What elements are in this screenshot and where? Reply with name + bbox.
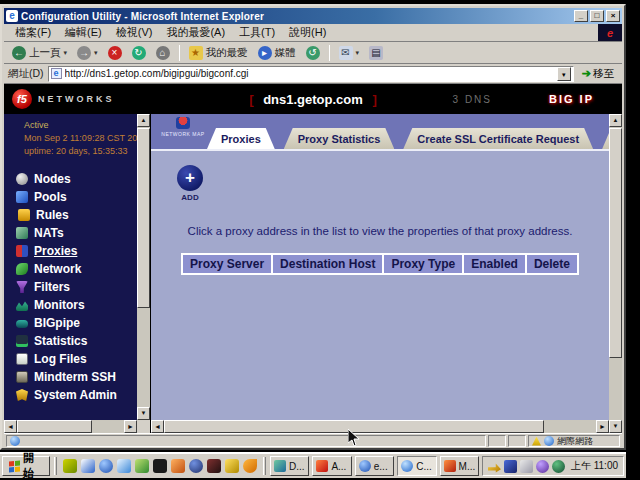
tray-icon[interactable] bbox=[520, 460, 533, 473]
task-button[interactable]: D... bbox=[270, 456, 309, 476]
security-zone-pane: 網際網路 bbox=[528, 435, 620, 447]
add-proxy-button[interactable]: + ADD bbox=[173, 165, 207, 202]
address-url[interactable]: http://dns1.getop.com/bigipgui/bigconf.c… bbox=[65, 68, 557, 79]
task-button[interactable]: A... bbox=[312, 456, 351, 476]
menu-tools[interactable]: 工具(T) bbox=[232, 23, 282, 42]
sidebar-item-filters[interactable]: Filters bbox=[4, 278, 137, 296]
tray-icon[interactable] bbox=[504, 460, 517, 473]
tab-install-ssl-certificate[interactable]: Install SSL Certif bbox=[602, 128, 609, 149]
task-button[interactable]: e... bbox=[355, 456, 394, 476]
quicklaunch-icon[interactable] bbox=[189, 459, 203, 473]
quicklaunch-icon[interactable] bbox=[99, 459, 113, 473]
start-button[interactable]: 開始 bbox=[2, 456, 50, 476]
address-field[interactable]: e http://dns1.getop.com/bigipgui/bigconf… bbox=[48, 66, 574, 82]
site-banner: f5 NETWORKS [ dns1.getop.com ] 3 DNS BIG… bbox=[4, 84, 622, 114]
quicklaunch-icon[interactable] bbox=[243, 459, 257, 473]
media-label: 媒體 bbox=[275, 46, 296, 60]
refresh-button[interactable]: ↻ bbox=[128, 45, 150, 61]
status-pane bbox=[488, 435, 506, 447]
sidebar-item-rules[interactable]: Rules bbox=[4, 206, 137, 224]
scroll-down-icon[interactable]: ▼ bbox=[609, 420, 622, 433]
sidebar-item-bigpipe[interactable]: BIGpipe bbox=[4, 314, 137, 332]
stop-icon: × bbox=[108, 46, 122, 60]
scroll-up-icon[interactable]: ▲ bbox=[137, 114, 150, 127]
sidebar-item-log-files[interactable]: Log Files bbox=[4, 350, 137, 368]
back-button[interactable]: ← 上一頁 ▾ bbox=[8, 45, 71, 61]
column-header-proxy-server[interactable]: Proxy Server bbox=[181, 253, 273, 275]
menu-file[interactable]: 檔案(F) bbox=[8, 23, 58, 42]
home-button[interactable]: ⌂ bbox=[152, 45, 174, 61]
sidebar-vertical-scrollbar[interactable]: ▲ ▼ bbox=[137, 114, 150, 420]
tab-proxy-statistics[interactable]: Proxy Statistics bbox=[284, 128, 395, 149]
tab-create-ssl-certificate-request[interactable]: Create SSL Certificate Request bbox=[403, 128, 593, 149]
mail-dropdown-icon[interactable]: ▾ bbox=[356, 49, 360, 57]
forward-dropdown-icon[interactable]: ▾ bbox=[94, 49, 98, 57]
sidebar-item-monitors[interactable]: Monitors bbox=[4, 296, 137, 314]
tray-icon[interactable] bbox=[536, 460, 549, 473]
scrollbar-thumb[interactable] bbox=[17, 420, 92, 433]
media-button[interactable]: ▸ 媒體 bbox=[254, 45, 300, 61]
sidebar-item-network[interactable]: Network bbox=[4, 260, 137, 278]
page-vertical-scrollbar[interactable]: ▲ ▼ bbox=[609, 114, 622, 433]
tray-icon[interactable] bbox=[552, 460, 565, 473]
sidebar-item-mindterm-ssh[interactable]: Mindterm SSH bbox=[4, 368, 137, 386]
stop-button[interactable]: × bbox=[104, 45, 126, 61]
close-button[interactable]: × bbox=[606, 10, 620, 22]
scroll-up-icon[interactable]: ▲ bbox=[609, 114, 622, 127]
quicklaunch-icon[interactable] bbox=[153, 459, 167, 473]
menu-view[interactable]: 檢視(V) bbox=[109, 23, 160, 42]
back-dropdown-icon[interactable]: ▾ bbox=[64, 49, 68, 57]
mail-button[interactable]: ✉ ▾ bbox=[335, 45, 364, 61]
sidebar-item-proxies[interactable]: Proxies bbox=[4, 242, 137, 260]
history-button[interactable]: ↺ bbox=[302, 45, 324, 61]
column-header-enabled[interactable]: Enabled bbox=[462, 253, 527, 275]
menu-favorites[interactable]: 我的最愛(A) bbox=[159, 23, 232, 42]
maximize-button[interactable]: □ bbox=[590, 10, 604, 22]
quicklaunch-icon[interactable] bbox=[135, 459, 149, 473]
title-bar[interactable]: e Configuration Utility - Microsoft Inte… bbox=[4, 8, 622, 24]
sidebar-item-system-admin[interactable]: System Admin bbox=[4, 386, 137, 404]
sidebar-item-statistics[interactable]: Statistics bbox=[4, 332, 137, 350]
go-button[interactable]: ➔ 移至 bbox=[578, 66, 618, 82]
quicklaunch-icon[interactable] bbox=[171, 459, 185, 473]
quicklaunch-icon[interactable] bbox=[207, 459, 221, 473]
quicklaunch-icon[interactable] bbox=[225, 459, 239, 473]
column-header-delete[interactable]: Delete bbox=[525, 253, 579, 275]
tab-proxies[interactable]: Proxies bbox=[207, 128, 275, 149]
sidebar-item-pools[interactable]: Pools bbox=[4, 188, 137, 206]
column-header-destination-host[interactable]: Destination Host bbox=[271, 253, 384, 275]
scroll-right-icon[interactable]: ► bbox=[596, 420, 609, 433]
scroll-right-icon[interactable]: ► bbox=[124, 420, 137, 433]
scroll-down-icon[interactable]: ▼ bbox=[137, 407, 150, 420]
sidebar-horizontal-scrollbar[interactable]: ◄ ► bbox=[4, 420, 137, 433]
taskbar-clock[interactable]: 上午 11:00 bbox=[568, 459, 618, 473]
scrollbar-thumb[interactable] bbox=[137, 128, 150, 308]
network-map-button[interactable]: NETWORK MAP bbox=[161, 117, 205, 137]
column-header-proxy-type[interactable]: Proxy Type bbox=[382, 253, 464, 275]
scrollbar-thumb[interactable] bbox=[609, 128, 622, 358]
quicklaunch-icon[interactable] bbox=[63, 459, 77, 473]
sidebar-item-nodes[interactable]: Nodes bbox=[4, 170, 137, 188]
menu-help[interactable]: 說明(H) bbox=[282, 23, 333, 42]
task-button[interactable]: M... bbox=[440, 456, 479, 476]
forward-button[interactable]: → ▾ bbox=[73, 45, 102, 61]
sidebar-item-nats[interactable]: NATs bbox=[4, 224, 137, 242]
scroll-left-icon[interactable]: ◄ bbox=[151, 420, 164, 433]
quicklaunch-icon[interactable] bbox=[81, 459, 95, 473]
toolbar: ← 上一頁 ▾ → ▾ × ↻ ⌂ ★ 我的最愛 ▸ bbox=[4, 42, 622, 64]
log-files-icon bbox=[16, 353, 28, 365]
quicklaunch-icon[interactable] bbox=[117, 459, 131, 473]
tray-icon[interactable] bbox=[488, 460, 501, 473]
minimize-button[interactable]: _ bbox=[574, 10, 588, 22]
task-button-active[interactable]: C... bbox=[397, 456, 436, 476]
add-icon[interactable]: + bbox=[177, 165, 203, 191]
scroll-left-icon[interactable]: ◄ bbox=[4, 420, 17, 433]
mouse-cursor bbox=[348, 429, 360, 448]
mindterm-ssh-icon bbox=[16, 371, 28, 383]
address-dropdown-icon[interactable]: ▾ bbox=[557, 67, 571, 81]
main-horizontal-scrollbar[interactable]: ◄ ► bbox=[151, 420, 609, 433]
print-button[interactable]: ▤ bbox=[365, 45, 387, 61]
menu-edit[interactable]: 編輯(E) bbox=[58, 23, 109, 42]
rules-icon bbox=[18, 209, 30, 221]
favorites-button[interactable]: ★ 我的最愛 bbox=[185, 45, 252, 61]
